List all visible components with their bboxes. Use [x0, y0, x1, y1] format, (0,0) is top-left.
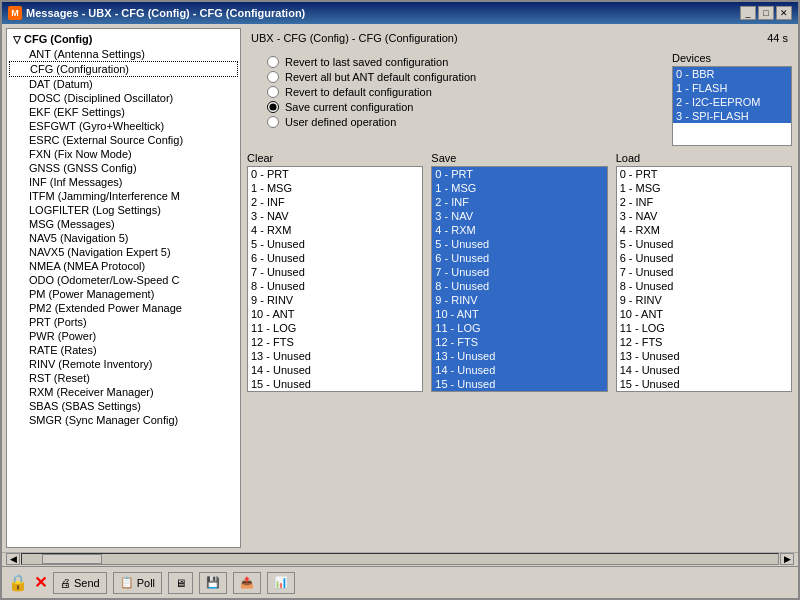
list-item-2[interactable]: 2 - INF: [432, 195, 606, 209]
list-item-6[interactable]: 6 - Unused: [432, 251, 606, 265]
device-list[interactable]: 0 - BBR1 - FLASH2 - I2C-EEPROM3 - SPI-FL…: [672, 66, 792, 146]
list-item-4[interactable]: 4 - RXM: [432, 223, 606, 237]
list-item-8[interactable]: 8 - Unused: [617, 279, 791, 293]
list-item-0[interactable]: 0 - PRT: [432, 167, 606, 181]
clear-list[interactable]: 0 - PRT1 - MSG2 - INF3 - NAV4 - RXM5 - U…: [247, 166, 423, 392]
radio-input-r2[interactable]: [267, 71, 279, 83]
radio-input-r1[interactable]: [267, 56, 279, 68]
list-item-11[interactable]: 11 - LOG: [432, 321, 606, 335]
close-button[interactable]: ✕: [776, 6, 792, 20]
list-item-1[interactable]: 1 - MSG: [617, 181, 791, 195]
list-item-5[interactable]: 5 - Unused: [617, 237, 791, 251]
scroll-thumb[interactable]: [42, 554, 102, 564]
list-item-7[interactable]: 7 - Unused: [248, 265, 422, 279]
sidebar-item-0[interactable]: ANT (Antenna Settings): [9, 47, 238, 61]
list-item-8[interactable]: 8 - Unused: [432, 279, 606, 293]
list-item-15[interactable]: 15 - Unused: [617, 377, 791, 391]
load-list[interactable]: 0 - PRT1 - MSG2 - INF3 - NAV4 - RXM5 - U…: [616, 166, 792, 392]
sidebar-item-4[interactable]: EKF (EKF Settings): [9, 105, 238, 119]
list-item-12[interactable]: 12 - FTS: [248, 335, 422, 349]
list-item-13[interactable]: 13 - Unused: [617, 349, 791, 363]
sidebar-item-15[interactable]: NMEA (NMEA Protocol): [9, 259, 238, 273]
device-item-0[interactable]: 0 - BBR: [673, 67, 791, 81]
device-item-2[interactable]: 2 - I2C-EEPROM: [673, 95, 791, 109]
poll-button[interactable]: 📋 Poll: [113, 572, 162, 594]
action-button2[interactable]: 💾: [199, 572, 227, 594]
list-item-9[interactable]: 9 - RINV: [617, 293, 791, 307]
list-item-3[interactable]: 3 - NAV: [248, 209, 422, 223]
list-item-14[interactable]: 14 - Unused: [617, 363, 791, 377]
radio-input-r3[interactable]: [267, 86, 279, 98]
horiz-scroll-bar[interactable]: ◀ ▶: [2, 552, 798, 566]
sidebar-item-17[interactable]: PM (Power Management): [9, 287, 238, 301]
sidebar-item-12[interactable]: MSG (Messages): [9, 217, 238, 231]
list-item-12[interactable]: 12 - FTS: [617, 335, 791, 349]
list-item-5[interactable]: 5 - Unused: [248, 237, 422, 251]
action-button3[interactable]: 📤: [233, 572, 261, 594]
list-item-14[interactable]: 14 - Unused: [248, 363, 422, 377]
list-item-13[interactable]: 13 - Unused: [432, 349, 606, 363]
list-item-7[interactable]: 7 - Unused: [432, 265, 606, 279]
device-item-3[interactable]: 3 - SPI-FLASH: [673, 109, 791, 123]
maximize-button[interactable]: □: [758, 6, 774, 20]
list-item-9[interactable]: 9 - RINV: [432, 293, 606, 307]
sidebar-item-6[interactable]: ESRC (External Source Config): [9, 133, 238, 147]
sidebar-item-13[interactable]: NAV5 (Navigation 5): [9, 231, 238, 245]
radio-input-r4[interactable]: [267, 101, 279, 113]
sidebar-item-5[interactable]: ESFGWT (Gyro+Wheeltick): [9, 119, 238, 133]
list-item-3[interactable]: 3 - NAV: [617, 209, 791, 223]
list-item-0[interactable]: 0 - PRT: [248, 167, 422, 181]
list-item-9[interactable]: 9 - RINV: [248, 293, 422, 307]
radio-input-r5[interactable]: [267, 116, 279, 128]
sidebar-root[interactable]: ▽ CFG (Config): [9, 31, 238, 47]
list-item-4[interactable]: 4 - RXM: [248, 223, 422, 237]
scroll-right-btn[interactable]: ▶: [780, 553, 794, 565]
sidebar-item-1[interactable]: CFG (Configuration): [9, 61, 238, 77]
list-item-0[interactable]: 0 - PRT: [617, 167, 791, 181]
list-item-10[interactable]: 10 - ANT: [432, 307, 606, 321]
list-item-10[interactable]: 10 - ANT: [248, 307, 422, 321]
sidebar-item-14[interactable]: NAVX5 (Navigation Expert 5): [9, 245, 238, 259]
list-item-7[interactable]: 7 - Unused: [617, 265, 791, 279]
list-item-14[interactable]: 14 - Unused: [432, 363, 606, 377]
list-item-6[interactable]: 6 - Unused: [248, 251, 422, 265]
list-item-2[interactable]: 2 - INF: [617, 195, 791, 209]
sidebar-item-19[interactable]: PRT (Ports): [9, 315, 238, 329]
list-item-4[interactable]: 4 - RXM: [617, 223, 791, 237]
sidebar-item-22[interactable]: RINV (Remote Inventory): [9, 357, 238, 371]
sidebar-item-8[interactable]: GNSS (GNSS Config): [9, 161, 238, 175]
list-item-8[interactable]: 8 - Unused: [248, 279, 422, 293]
sidebar-item-26[interactable]: SMGR (Sync Manager Config): [9, 413, 238, 427]
minimize-button[interactable]: _: [740, 6, 756, 20]
sidebar-item-18[interactable]: PM2 (Extended Power Manage: [9, 301, 238, 315]
list-item-12[interactable]: 12 - FTS: [432, 335, 606, 349]
action-button4[interactable]: 📊: [267, 572, 295, 594]
list-item-1[interactable]: 1 - MSG: [432, 181, 606, 195]
sidebar-item-21[interactable]: RATE (Rates): [9, 343, 238, 357]
sidebar-item-2[interactable]: DAT (Datum): [9, 77, 238, 91]
sidebar-item-25[interactable]: SBAS (SBAS Settings): [9, 399, 238, 413]
list-item-10[interactable]: 10 - ANT: [617, 307, 791, 321]
device-item-1[interactable]: 1 - FLASH: [673, 81, 791, 95]
sidebar-item-7[interactable]: FXN (Fix Now Mode): [9, 147, 238, 161]
close-red-icon[interactable]: ✕: [34, 573, 47, 592]
list-item-6[interactable]: 6 - Unused: [617, 251, 791, 265]
sidebar-item-11[interactable]: LOGFILTER (Log Settings): [9, 203, 238, 217]
sidebar-item-23[interactable]: RST (Reset): [9, 371, 238, 385]
sidebar-item-10[interactable]: ITFM (Jamming/Interference M: [9, 189, 238, 203]
list-item-1[interactable]: 1 - MSG: [248, 181, 422, 195]
sidebar-item-3[interactable]: DOSC (Disciplined Oscillator): [9, 91, 238, 105]
list-item-15[interactable]: 15 - Unused: [248, 377, 422, 391]
list-item-2[interactable]: 2 - INF: [248, 195, 422, 209]
list-item-13[interactable]: 13 - Unused: [248, 349, 422, 363]
list-item-15[interactable]: 15 - Unused: [432, 377, 606, 391]
sidebar-item-9[interactable]: INF (Inf Messages): [9, 175, 238, 189]
sidebar-item-24[interactable]: RXM (Receiver Manager): [9, 385, 238, 399]
list-item-11[interactable]: 11 - LOG: [617, 321, 791, 335]
sidebar-item-16[interactable]: ODO (Odometer/Low-Speed C: [9, 273, 238, 287]
list-item-5[interactable]: 5 - Unused: [432, 237, 606, 251]
list-item-3[interactable]: 3 - NAV: [432, 209, 606, 223]
list-item-11[interactable]: 11 - LOG: [248, 321, 422, 335]
save-list[interactable]: 0 - PRT1 - MSG2 - INF3 - NAV4 - RXM5 - U…: [431, 166, 607, 392]
action-button1[interactable]: 🖥: [168, 572, 193, 594]
